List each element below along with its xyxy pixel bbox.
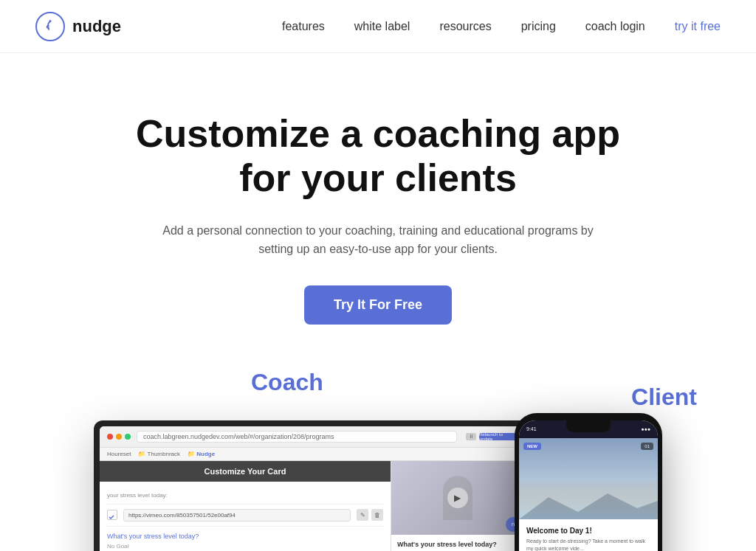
laptop-mockup: coach.labgreen.nudgedev.com/web/#/organi… <box>94 420 529 551</box>
stress-label: your stress level today: <box>107 492 383 499</box>
hero-section: Customize a coaching app for your client… <box>0 53 756 354</box>
client-label: Client <box>631 384 697 411</box>
phone-content: Welcome to Day 1! Ready to start de-stre… <box>519 519 658 551</box>
phone-battery: ●●● <box>641 426 650 432</box>
url-actions: ✎ 🗑 <box>357 509 383 521</box>
main-nav: features white label resources pricing c… <box>282 20 721 33</box>
right-question: What's your stress level today? <box>397 541 518 548</box>
coach-label: Coach <box>251 369 323 396</box>
tab-thumbnrack[interactable]: 📁 Thumbnrack <box>138 451 180 457</box>
phone-counter: 01 <box>641 443 653 450</box>
hero-subtitle: Add a personal connection to your coachi… <box>157 221 599 259</box>
laptop-main-area: Customize Your Card your stress level to… <box>100 461 391 551</box>
nav-white-label[interactable]: white label <box>354 20 410 33</box>
logo-wordmark: nudge <box>72 17 121 36</box>
nav-features[interactable]: features <box>282 20 325 33</box>
phone-carrier: 9:41 <box>526 426 537 432</box>
form-answer: No Goal <box>107 543 383 550</box>
phone-screen: 9:41 ●●● NEW 01 Welcome to Day 1! <box>519 420 658 551</box>
right-panel-image: n ▶ <box>391 461 523 535</box>
phone-hero-image: NEW 01 <box>519 438 658 519</box>
phone-description: Ready to start de-stressing? Take a mome… <box>526 538 650 551</box>
tab-bar: Houreset 📁 Thumbnrack 📁 Nudge <box>100 448 523 461</box>
laptop-right-panel: n ▶ What's your stress level today? Than… <box>391 461 523 551</box>
browser-pause-btn[interactable]: ⏸ <box>466 433 476 440</box>
browser-bar: coach.labgreen.nudgedev.com/web/#/organi… <box>100 426 523 448</box>
nav-coach-login[interactable]: coach login <box>585 20 645 33</box>
svg-point-0 <box>49 20 52 22</box>
svg-marker-1 <box>519 493 658 519</box>
laptop-form: your stress level today: https://vimeo.c… <box>100 482 391 551</box>
devices-section: Coach Client coach.labgreen.nudgedev.com… <box>0 369 756 551</box>
url-input[interactable]: https://vimeo.com/850357501/52e00af94 <box>123 509 351 521</box>
cta-button[interactable]: Try It For Free <box>304 285 452 325</box>
header: nudge features white label resources pri… <box>0 0 756 53</box>
phone-frame: 9:41 ●●● NEW 01 Welcome to Day 1! <box>515 413 662 551</box>
phone-notch <box>566 420 611 432</box>
logo[interactable]: nudge <box>35 12 121 41</box>
phone-new-badge: NEW <box>523 443 541 450</box>
nav-try-it-free[interactable]: try it free <box>675 20 721 33</box>
laptop-toolbar: Customize Your Card <box>100 461 391 482</box>
laptop-content: Customize Your Card your stress level to… <box>100 461 523 551</box>
browser-relaunch-btn[interactable]: Relaunch to update <box>479 433 516 440</box>
delete-icon[interactable]: 🗑 <box>371 509 383 521</box>
hero-mountain <box>519 490 658 519</box>
hero-title: Customize a coaching app for your client… <box>136 112 620 201</box>
url-row: https://vimeo.com/850357501/52e00af94 ✎ … <box>107 509 383 527</box>
video-overlay <box>391 461 523 535</box>
logo-icon <box>35 12 65 41</box>
form-question: What's your stress level today? <box>107 533 383 540</box>
right-panel-text: What's your stress level today? Thanks! … <box>391 535 523 551</box>
stress-level-row: your stress level today: <box>107 489 383 505</box>
nav-resources[interactable]: resources <box>439 20 491 33</box>
browser-url: coach.labgreen.nudgedev.com/web/#/organi… <box>137 431 457 443</box>
tab-houreset[interactable]: Houreset <box>107 451 131 457</box>
phone-mockup: 9:41 ●●● NEW 01 Welcome to Day 1! <box>515 413 662 551</box>
nav-pricing[interactable]: pricing <box>521 20 556 33</box>
edit-icon[interactable]: ✎ <box>357 509 368 521</box>
phone-welcome-title: Welcome to Day 1! <box>526 527 650 535</box>
url-checkbox[interactable] <box>107 510 117 520</box>
tab-nudge[interactable]: 📁 Nudge <box>188 451 215 457</box>
